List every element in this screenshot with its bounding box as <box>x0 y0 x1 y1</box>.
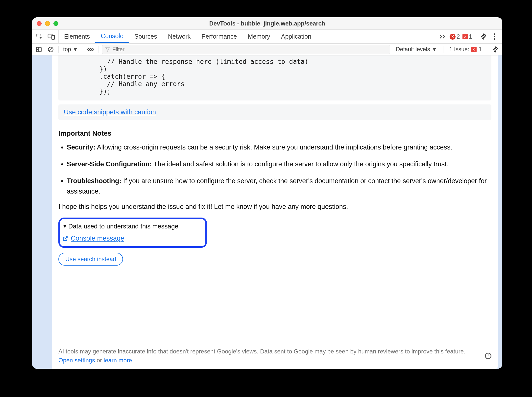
titlebar: DevTools - bubble_jingle.web.app/search <box>32 17 502 30</box>
caution-link[interactable]: Use code snippets with caution <box>64 108 156 116</box>
error-count: 2 <box>457 33 460 40</box>
console-settings-gear-icon[interactable] <box>491 45 500 54</box>
settings-gear-icon[interactable] <box>480 32 488 41</box>
svg-point-4 <box>494 33 495 35</box>
caution-box: Use code snippets with caution <box>58 104 491 120</box>
log-levels-picker[interactable]: Default levels ▼ <box>393 46 440 53</box>
traffic-lights <box>37 21 58 26</box>
disclosure-label: Data used to understand this message <box>68 223 178 230</box>
console-message-row: Console message <box>62 235 201 242</box>
issues-count: 1 <box>479 46 482 53</box>
chevron-down-icon: ▼ <box>73 46 78 53</box>
filter-box[interactable] <box>102 45 390 54</box>
open-external-icon <box>62 236 68 242</box>
error-badge[interactable]: ✕ 2 <box>450 33 460 40</box>
filter-icon <box>105 47 110 52</box>
error-icon: ✕ <box>450 34 456 40</box>
device-toolbar-icon[interactable] <box>47 32 55 41</box>
svg-point-11 <box>90 49 92 50</box>
notes-list: Security: Allowing cross-origin requests… <box>58 142 491 197</box>
note-text: If you are unsure how to configure the s… <box>67 177 487 195</box>
window-title: DevTools - bubble_jingle.web.app/search <box>32 20 502 27</box>
ai-disclaimer-footer: AI tools may generate inaccurate info th… <box>52 343 498 369</box>
inspect-element-icon[interactable] <box>35 32 44 41</box>
warning-badge[interactable]: ✕ 1 <box>462 33 472 40</box>
disclaimer-or: or <box>95 357 104 364</box>
live-expression-eye-icon[interactable] <box>86 45 95 54</box>
context-label: top <box>63 46 71 53</box>
tab-list: Elements Console Sources Network Perform… <box>59 30 317 43</box>
note-label: Server-Side Configuration: <box>67 160 152 168</box>
list-item: Troubleshooting: If you are unsure how t… <box>67 176 491 197</box>
tab-elements[interactable]: Elements <box>59 30 95 43</box>
triangle-down-icon: ▼ <box>62 223 67 229</box>
close-window-button[interactable] <box>37 21 42 26</box>
info-icon[interactable]: ! <box>485 353 491 359</box>
open-settings-link[interactable]: Open settings <box>58 357 95 364</box>
warning-icon: ✕ <box>462 34 468 39</box>
tab-memory[interactable]: Memory <box>242 30 275 43</box>
main-tabs-bar: Elements Console Sources Network Perform… <box>32 30 502 44</box>
toolbar-left-icons <box>32 30 59 43</box>
toggle-sidebar-icon[interactable] <box>35 45 43 54</box>
warning-count: 1 <box>469 33 472 40</box>
learn-more-link[interactable]: learn more <box>104 357 132 364</box>
issue-flag-icon: ✕ <box>471 47 477 52</box>
tab-sources[interactable]: Sources <box>129 30 163 43</box>
data-used-disclosure[interactable]: ▼ Data used to understand this message <box>62 223 201 230</box>
svg-point-6 <box>494 38 495 40</box>
log-levels-label: Default levels <box>396 46 430 53</box>
code-snippet: // Handle the response here (limited acc… <box>58 55 491 100</box>
svg-rect-2 <box>52 35 54 39</box>
note-label: Security: <box>67 144 96 151</box>
svg-line-10 <box>49 48 52 51</box>
console-toolbar: top ▼ Default levels ▼ 1 Issue: ✕ 1 <box>32 44 502 55</box>
clear-console-icon[interactable] <box>47 45 55 54</box>
tab-application[interactable]: Application <box>276 30 317 43</box>
kebab-menu-icon[interactable] <box>490 32 499 41</box>
tabs-right-controls: ✕ 2 ✕ 1 <box>435 30 502 43</box>
devtools-window: DevTools - bubble_jingle.web.app/search … <box>32 17 502 369</box>
issues-label: 1 Issue: <box>449 46 469 53</box>
data-used-highlight: ▼ Data used to understand this message C… <box>58 218 207 248</box>
more-tabs-icon[interactable] <box>439 32 447 41</box>
issues-indicator[interactable]: 1 Issue: ✕ 1 <box>447 46 484 53</box>
tab-network[interactable]: Network <box>163 30 196 43</box>
chevron-down-icon: ▼ <box>432 46 437 53</box>
note-text: The ideal and safest solution is to conf… <box>152 160 449 168</box>
maximize-window-button[interactable] <box>53 21 58 26</box>
tab-console[interactable]: Console <box>95 30 129 43</box>
context-picker[interactable]: top ▼ <box>62 46 79 53</box>
filter-input[interactable] <box>112 46 387 53</box>
notes-heading: Important Notes <box>58 129 491 137</box>
tab-performance[interactable]: Performance <box>196 30 242 43</box>
svg-point-5 <box>494 36 495 37</box>
use-search-instead-button[interactable]: Use search instead <box>58 253 123 266</box>
closing-text: I hope this helps you understand the iss… <box>58 203 491 211</box>
minimize-window-button[interactable] <box>45 21 50 26</box>
console-output-area: // Handle the response here (limited acc… <box>32 55 502 369</box>
list-item: Server-Side Configuration: The ideal and… <box>67 159 491 170</box>
disclaimer-body: AI tools may generate inaccurate info th… <box>58 348 465 355</box>
list-item: Security: Allowing cross-origin requests… <box>67 142 491 153</box>
console-message-link[interactable]: Console message <box>71 235 124 242</box>
note-label: Troubleshooting: <box>67 177 121 185</box>
ai-insight-card: // Handle the response here (limited acc… <box>52 55 498 369</box>
disclaimer-text: AI tools may generate inaccurate info th… <box>58 347 481 365</box>
note-text: Allowing cross-origin requests can be a … <box>96 144 452 151</box>
